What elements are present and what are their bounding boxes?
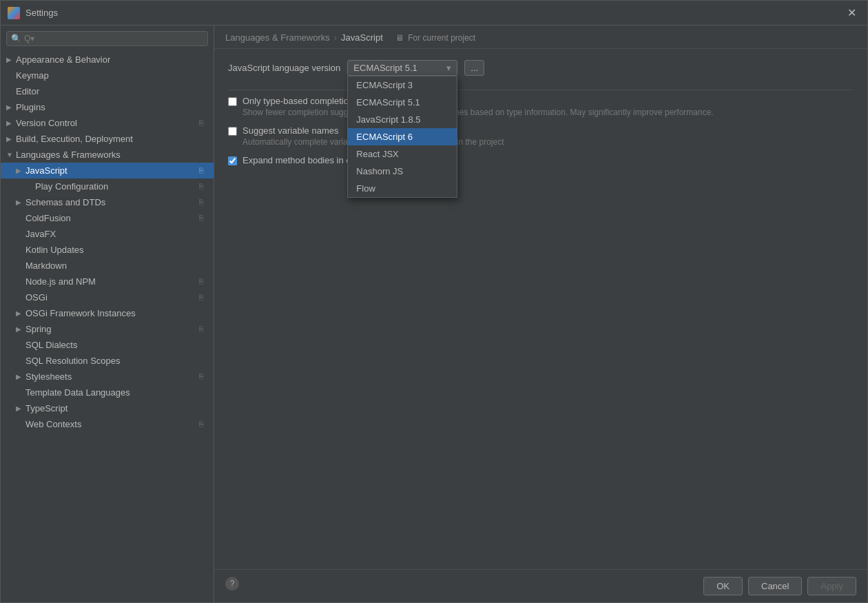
dropdown-option-ecma6[interactable]: ECMAScript 6 [348, 128, 457, 145]
search-input[interactable] [24, 34, 203, 43]
sidebar-item-spring[interactable]: ▶Spring⎘ [1, 321, 214, 337]
copy-icon: ⎘ [199, 119, 208, 127]
version-dropdown-button[interactable]: ECMAScript 5.1 ▾ [347, 60, 457, 76]
sidebar-item-appearance[interactable]: ▶Appearance & Behavior [1, 52, 214, 68]
sidebar-item-label: Languages & Frameworks [16, 150, 208, 160]
sidebar-item-web-contexts[interactable]: Web Contexts⎘ [1, 416, 214, 432]
chevron-down-icon: ▾ [446, 63, 451, 73]
sidebar-item-label: Plugins [16, 102, 208, 112]
copy-icon: ⎘ [199, 166, 208, 175]
help-button[interactable]: ? [225, 577, 239, 591]
separator1 [228, 90, 854, 90]
breadcrumb-part1: Languages & Frameworks [225, 32, 330, 43]
sidebar-item-typescript[interactable]: ▶TypeScript [1, 400, 214, 416]
copy-icon: ⎘ [199, 182, 208, 191]
app-icon [8, 7, 20, 19]
checkbox-label-type-based: Only type-based completion [242, 96, 714, 106]
sidebar-item-editor[interactable]: Editor [1, 83, 214, 99]
settings-window: Settings ✕ 🔍 ▶Appearance & BehaviorKeyma… [0, 0, 868, 603]
sidebar-item-label: Markdown [25, 260, 208, 271]
sidebar-item-sql-dialects[interactable]: SQL Dialects [1, 337, 214, 353]
copy-icon: ⎘ [199, 198, 208, 207]
sidebar-item-template-data[interactable]: Template Data Languages [1, 385, 214, 400]
sidebar-item-label: Editor [16, 86, 208, 96]
version-dropdown-menu: ECMAScript 3ECMAScript 5.1JavaScript 1.8… [347, 76, 457, 198]
sidebar-item-languages-frameworks[interactable]: ▼Languages & Frameworks [1, 147, 214, 163]
sidebar-item-label: ColdFusion [25, 213, 199, 223]
sidebar-item-label: Spring [25, 324, 199, 334]
copy-icon: ⎘ [199, 277, 208, 286]
sidebar-item-label: Keymap [16, 70, 208, 81]
copy-icon: ⎘ [199, 293, 208, 302]
sidebar-item-label: TypeScript [25, 403, 208, 413]
checkbox-row-type-based: Only type-based completionShow fewer com… [228, 96, 854, 117]
cancel-button[interactable]: Cancel [748, 577, 802, 595]
sidebar-item-schemas-dtds[interactable]: ▶Schemas and DTDs⎘ [1, 194, 214, 210]
sidebar-item-osgi-framework[interactable]: ▶OSGi Framework Instances [1, 305, 214, 321]
panel-content: JavaScript language version ECMAScript 5… [214, 49, 867, 569]
dropdown-selected-value: ECMAScript 5.1 [353, 63, 417, 73]
sidebar-item-label: JavaScript [25, 165, 199, 176]
version-dropdown-wrapper: ECMAScript 5.1 ▾ ECMAScript 3ECMAScript … [347, 60, 457, 76]
copy-icon: ⎘ [199, 325, 208, 334]
titlebar-left: Settings [8, 7, 58, 19]
sidebar-item-coldfusion[interactable]: ColdFusion⎘ [1, 210, 214, 226]
sidebar-item-label: Version Control [16, 118, 199, 128]
window-title: Settings [25, 8, 58, 18]
checkbox-desc-type-based: Show fewer completion suggestions but in… [242, 108, 714, 117]
sidebar-item-stylesheets[interactable]: ▶Stylesheets⎘ [1, 369, 214, 385]
sidebar-item-markdown[interactable]: Markdown [1, 258, 214, 274]
dropdown-option-react-jsx[interactable]: React JSX [348, 145, 457, 163]
sidebar-item-sql-resolution[interactable]: SQL Resolution Scopes [1, 353, 214, 369]
sidebar-item-play-configuration[interactable]: Play Configuration⎘ [1, 178, 214, 194]
breadcrumb-sep: › [334, 32, 337, 43]
sidebar-item-build-execution[interactable]: ▶Build, Execution, Deployment [1, 131, 214, 147]
sidebar-item-label: Schemas and DTDs [25, 197, 199, 207]
sidebar-item-label: Stylesheets [25, 371, 199, 382]
dropdown-option-js185[interactable]: JavaScript 1.8.5 [348, 111, 457, 128]
checkbox-type-based[interactable] [228, 97, 237, 106]
arrow-icon: ▶ [6, 119, 16, 127]
bottom-bar: ? OK Cancel Apply [214, 569, 867, 602]
version-label: JavaScript language version [228, 63, 340, 73]
apply-button[interactable]: Apply [807, 577, 856, 595]
sidebar-tree: ▶Appearance & BehaviorKeymapEditor▶Plugi… [1, 52, 214, 602]
arrow-icon: ▶ [16, 198, 25, 206]
breadcrumb: Languages & Frameworks › JavaScript 🖥 Fo… [214, 25, 867, 49]
sidebar-item-label: Appearance & Behavior [16, 54, 208, 65]
checkbox-suggest-var[interactable] [228, 127, 237, 136]
arrow-icon: ▶ [6, 103, 16, 111]
checkbox-row-suggest-var: Suggest variable namesAutomatically comp… [228, 125, 854, 147]
checkbox-text-type-based: Only type-based completionShow fewer com… [242, 96, 714, 117]
copy-icon: ⎘ [199, 420, 208, 429]
search-box: 🔍 [1, 25, 214, 52]
sidebar-item-label: OSGi Framework Instances [25, 308, 208, 318]
ellipsis-button[interactable]: ... [464, 60, 484, 76]
sidebar-item-kotlin-updates[interactable]: Kotlin Updates [1, 242, 214, 258]
dropdown-option-nashorn[interactable]: Nashorn JS [348, 163, 457, 180]
dropdown-option-ecma51[interactable]: ECMAScript 5.1 [348, 94, 457, 111]
search-wrapper[interactable]: 🔍 [6, 31, 208, 46]
sidebar-item-version-control[interactable]: ▶Version Control⎘ [1, 115, 214, 131]
sidebar-item-label: Node.js and NPM [25, 276, 199, 287]
ok-button[interactable]: OK [703, 577, 743, 595]
close-button[interactable]: ✕ [843, 5, 860, 21]
breadcrumb-part2: JavaScript [341, 32, 383, 43]
search-icon: 🔍 [11, 34, 21, 43]
sidebar-item-javascript[interactable]: ▶JavaScript⎘ [1, 163, 214, 178]
checkbox-row-expand-method: Expand method bodies in completion for o… [228, 155, 854, 165]
arrow-icon: ▶ [6, 56, 16, 63]
sidebar-item-osgi[interactable]: OSGi⎘ [1, 289, 214, 305]
sidebar-item-javafx[interactable]: JavaFX [1, 226, 214, 242]
main-content: 🔍 ▶Appearance & BehaviorKeymapEditor▶Plu… [1, 25, 867, 602]
copy-icon: ⎘ [199, 372, 208, 381]
project-icon: 🖥 [395, 33, 404, 43]
arrow-icon: ▶ [16, 325, 25, 333]
dropdown-option-flow[interactable]: Flow [348, 180, 457, 197]
sidebar-item-label: Template Data Languages [25, 387, 208, 398]
sidebar-item-nodejs-npm[interactable]: Node.js and NPM⎘ [1, 274, 214, 289]
sidebar-item-plugins[interactable]: ▶Plugins [1, 99, 214, 115]
sidebar-item-keymap[interactable]: Keymap [1, 68, 214, 83]
checkbox-expand-method[interactable] [228, 156, 237, 165]
dropdown-option-ecma3[interactable]: ECMAScript 3 [348, 76, 457, 94]
